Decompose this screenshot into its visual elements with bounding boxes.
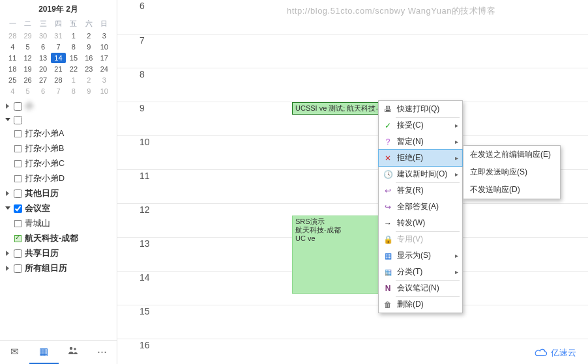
cal-item-label: 打杂小弟D — [25, 173, 65, 184]
cal-day[interactable]: 4 — [5, 42, 20, 52]
cal-item[interactable]: 航天科技-成都 — [3, 231, 114, 246]
submenu-item[interactable]: 在发送之前编辑响应(E) — [463, 146, 560, 163]
more-icon[interactable]: ⋯ — [87, 341, 117, 364]
color-chip[interactable] — [14, 130, 22, 137]
cal-day[interactable]: 30 — [36, 31, 50, 41]
cal-day[interactable]: 26 — [20, 75, 35, 85]
cal-day[interactable]: 12 — [20, 53, 35, 63]
cal-day[interactable]: 2 — [81, 75, 96, 85]
cal-group[interactable]: 共享日历 — [3, 246, 114, 261]
cal-day[interactable]: 10 — [97, 86, 111, 96]
submenu-item[interactable]: 不发送响应(D) — [463, 181, 560, 199]
cal-day[interactable]: 28 — [5, 31, 20, 41]
cal-day[interactable]: 6 — [36, 42, 50, 52]
group-checkbox[interactable] — [14, 116, 22, 124]
expand-arrow-icon[interactable] — [5, 191, 12, 197]
menu-item[interactable]: 🗑删除(D) — [379, 296, 462, 313]
expand-arrow-icon[interactable] — [5, 117, 12, 124]
grid-row[interactable] — [168, 68, 588, 102]
cal-day[interactable]: 8 — [66, 86, 81, 96]
menu-item[interactable]: ↪全部答复(A) — [379, 199, 462, 215]
menu-item[interactable]: ?暂定(N)▸ — [379, 133, 462, 150]
cal-day[interactable]: 1 — [66, 75, 81, 85]
cal-day[interactable]: 7 — [51, 42, 65, 52]
cal-day[interactable]: 28 — [51, 75, 65, 85]
mini-cal-grid[interactable]: 一二三四五六日282930311234567891011121314151617… — [5, 18, 111, 96]
grid-row[interactable] — [168, 339, 588, 364]
cal-day[interactable]: 17 — [97, 53, 111, 63]
cal-day[interactable]: 4 — [5, 86, 20, 96]
group-checkbox[interactable] — [14, 204, 22, 213]
cal-group[interactable] — [3, 114, 114, 126]
color-chip[interactable] — [14, 220, 22, 227]
cal-day[interactable]: 3 — [97, 75, 111, 85]
cal-day[interactable]: 3 — [97, 31, 111, 41]
cal-day[interactable]: 20 — [36, 64, 50, 74]
mini-calendar[interactable]: 2019年 2月 一二三四五六日282930311234567891011121… — [0, 0, 117, 96]
color-chip[interactable] — [14, 175, 22, 182]
color-chip[interactable] — [14, 145, 22, 152]
group-checkbox[interactable] — [14, 102, 22, 111]
cal-day[interactable]: 9 — [81, 42, 96, 52]
cal-day[interactable]: 27 — [36, 75, 50, 85]
cal-item[interactable]: 打杂小弟C — [3, 156, 114, 171]
cal-group[interactable]: 会议室 — [3, 201, 114, 216]
cal-item[interactable]: 打杂小弟A — [3, 126, 114, 141]
color-chip[interactable] — [14, 160, 22, 167]
cal-day[interactable]: 21 — [51, 64, 65, 74]
cal-day[interactable]: 5 — [20, 86, 35, 96]
cal-day[interactable]: 11 — [5, 53, 20, 63]
cal-day[interactable]: 18 — [5, 64, 20, 74]
cal-item[interactable]: 青城山 — [3, 216, 114, 231]
mail-icon[interactable]: ✉ — [0, 341, 29, 364]
cal-day[interactable]: 2 — [81, 31, 96, 41]
group-checkbox[interactable] — [14, 264, 22, 273]
menu-item[interactable]: ▦显示为(S)▸ — [379, 247, 462, 264]
people-icon[interactable] — [59, 341, 88, 364]
cal-day[interactable]: 9 — [81, 86, 96, 96]
menu-icon: ✕ — [383, 154, 393, 163]
cal-day[interactable]: 15 — [66, 53, 81, 63]
menu-item[interactable]: N会议笔记(N) — [379, 280, 462, 296]
cal-day[interactable]: 31 — [51, 31, 65, 41]
dow: 五 — [66, 18, 81, 30]
menu-label: 拒绝(E) — [397, 152, 455, 163]
menu-item[interactable]: ✓接受(C)▸ — [379, 117, 462, 133]
expand-arrow-icon[interactable] — [5, 206, 12, 212]
calendar-icon[interactable]: ▦ — [29, 341, 59, 364]
cal-group[interactable]: 其他日历 — [3, 186, 114, 201]
cal-day[interactable]: 24 — [97, 64, 111, 74]
cal-day[interactable]: 10 — [97, 42, 111, 52]
cal-day[interactable]: 16 — [81, 53, 96, 63]
menu-item[interactable]: →转发(W) — [379, 215, 462, 231]
menu-item[interactable]: ↩答复(R) — [379, 182, 462, 199]
cal-day[interactable]: 13 — [36, 53, 50, 63]
menu-item[interactable]: ✕拒绝(E)▸ — [378, 149, 463, 167]
cal-group[interactable]: 小 — [3, 99, 114, 114]
cal-day[interactable]: 25 — [5, 75, 20, 85]
cal-day[interactable]: 19 — [20, 64, 35, 74]
color-chip[interactable] — [14, 235, 22, 242]
cal-day[interactable]: 23 — [81, 64, 96, 74]
cal-day[interactable]: 7 — [51, 86, 65, 96]
expand-arrow-icon[interactable] — [5, 266, 12, 272]
menu-item[interactable]: ▦分类(T)▸ — [379, 264, 462, 280]
cal-day[interactable]: 29 — [20, 31, 35, 41]
group-checkbox[interactable] — [14, 189, 22, 198]
grid-row[interactable] — [168, 34, 588, 68]
cal-day[interactable]: 22 — [66, 64, 81, 74]
expand-arrow-icon[interactable] — [5, 104, 12, 110]
cal-day[interactable]: 5 — [20, 42, 35, 52]
cal-day[interactable]: 6 — [36, 86, 50, 96]
cal-item[interactable]: 打杂小弟B — [3, 141, 114, 156]
cal-day[interactable]: 14 — [51, 53, 65, 63]
menu-item[interactable]: 🕓建议新时间(O)▸ — [379, 166, 462, 182]
cal-group[interactable]: 所有组日历 — [3, 261, 114, 276]
cal-item[interactable]: 打杂小弟D — [3, 171, 114, 186]
submenu-item[interactable]: 立即发送响应(S) — [463, 163, 560, 181]
cal-day[interactable]: 1 — [66, 31, 81, 41]
group-checkbox[interactable] — [14, 249, 22, 258]
menu-item[interactable]: 🖶快速打印(Q) — [379, 101, 462, 117]
cal-day[interactable]: 8 — [66, 42, 81, 52]
expand-arrow-icon[interactable] — [5, 251, 12, 257]
